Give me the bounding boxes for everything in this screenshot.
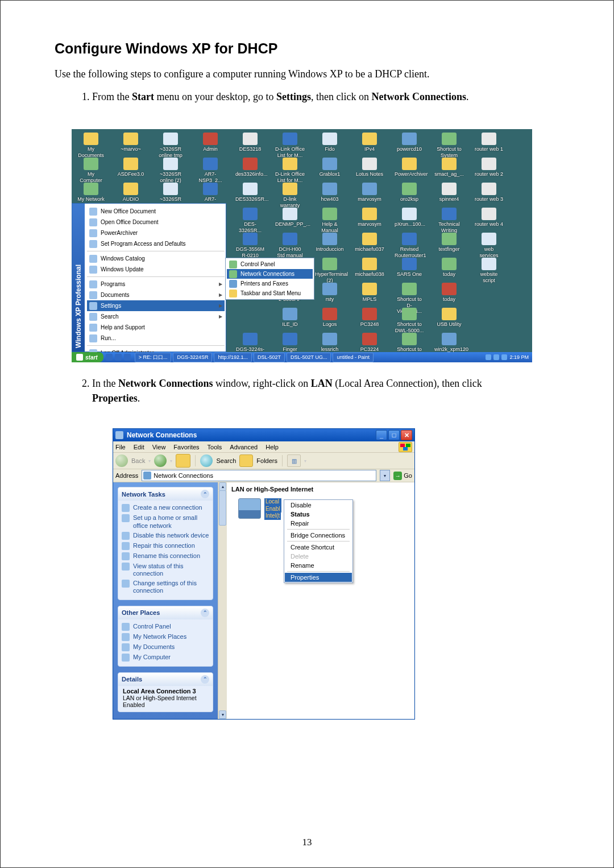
context-menu-item[interactable]: Bridge Connections xyxy=(285,531,352,540)
menu-favorites[interactable]: Favorites xyxy=(173,444,199,450)
desktop-icon[interactable]: router web 2 xyxy=(474,158,504,177)
desktop-icon[interactable]: today xyxy=(434,283,464,302)
context-menu-item[interactable]: Create Shortcut xyxy=(285,543,352,552)
connections-area[interactable]: LAN or High-Speed Internet Local Area Co… xyxy=(227,482,414,719)
desktop-icon[interactable]: Fido xyxy=(315,133,345,152)
dropdown-icon[interactable]: ▾ xyxy=(148,458,151,464)
desktop-icon[interactable]: Grablox1 xyxy=(315,158,345,177)
taskbar-button[interactable]: DGS-3224SR xyxy=(173,353,212,362)
task-link[interactable]: Change settings of this connection xyxy=(122,578,209,596)
desktop-icon[interactable]: spinner4 xyxy=(434,183,464,202)
desktop-icon[interactable]: DES3218 xyxy=(235,133,265,152)
desktop-icon[interactable]: marvosym xyxy=(355,183,384,202)
collapse-icon[interactable]: ⌃ xyxy=(201,609,209,617)
desktop-icon[interactable]: website script xyxy=(474,258,504,283)
desktop-icon[interactable]: oro2ksp xyxy=(395,183,424,202)
desktop-icon[interactable]: SARS One xyxy=(395,258,424,277)
start-menu-item[interactable]: Programs▶ xyxy=(87,279,225,290)
tray-icon[interactable] xyxy=(493,354,499,360)
collapse-icon[interactable]: ⌃ xyxy=(201,490,209,498)
desktop-icon[interactable]: Finger xyxy=(275,333,305,352)
desktop-icon[interactable]: ASDFee3.0 xyxy=(116,158,146,177)
taskbar-button[interactable]: DSL-502T xyxy=(254,353,285,362)
toolbar[interactable]: Back ▾ ▾ Search Folders ▥ ▾ xyxy=(113,453,414,469)
desktop-icon[interactable]: Logos xyxy=(315,308,345,327)
desktop-icon[interactable]: marvosym xyxy=(355,208,384,227)
start-menu-item[interactable]: Windows Catalog xyxy=(87,253,225,264)
menu-view[interactable]: View xyxy=(152,444,166,450)
search-label[interactable]: Search xyxy=(216,457,236,464)
desktop-icon[interactable]: Introduccion xyxy=(315,233,345,252)
desktop-icon[interactable]: AUDIO xyxy=(116,183,146,202)
scroll-up-icon[interactable]: ▴ xyxy=(219,482,226,491)
start-menu-item[interactable]: Documents▶ xyxy=(87,290,225,300)
desktop-icon[interactable]: D-Link Office List for M... xyxy=(275,133,305,158)
start-menu-item[interactable]: Run... xyxy=(87,333,225,344)
forward-button[interactable] xyxy=(154,454,167,467)
desktop-icon[interactable]: today xyxy=(434,258,464,277)
taskbar-button[interactable]: > RE: 口口... xyxy=(135,353,172,362)
settings-menu-item[interactable]: Control Panel xyxy=(227,259,313,269)
start-menu-item[interactable]: Search▶ xyxy=(87,311,225,322)
dropdown-icon[interactable]: ▾ xyxy=(170,458,172,464)
menu-bar[interactable]: FileEditViewFavoritesToolsAdvancedHelp xyxy=(113,441,414,453)
scroll-down-icon[interactable]: ▾ xyxy=(219,710,226,719)
desktop-icon[interactable]: rsty xyxy=(315,283,345,302)
desktop-icon[interactable]: des3326info... xyxy=(235,158,265,177)
task-link[interactable]: View status of this connection xyxy=(122,561,209,578)
desktop-icon[interactable]: PC3248 xyxy=(355,308,384,327)
context-menu[interactable]: DisableStatusRepairBridge ConnectionsCre… xyxy=(284,499,353,583)
desktop-icon[interactable]: michaefu037 xyxy=(355,233,384,252)
desktop-icon[interactable]: hcw403 xyxy=(315,183,345,202)
desktop-icon[interactable]: michaefu038 xyxy=(355,258,384,277)
start-button[interactable]: start xyxy=(72,352,103,362)
desktop-icon[interactable]: USB Utility xyxy=(434,308,464,327)
place-link[interactable]: Control Panel xyxy=(122,622,209,632)
desktop-icon[interactable]: Revised Routerrouter1 xyxy=(395,233,424,258)
address-field[interactable]: Network Connections xyxy=(142,470,376,481)
desktop-icon[interactable]: DENMP_PP_... xyxy=(275,208,305,227)
taskbar-button[interactable]: untitled - Paint xyxy=(333,353,374,362)
scroll-thumb[interactable] xyxy=(219,490,226,526)
desktop-icon[interactable]: DGS-3556M R-0210 xyxy=(235,233,265,258)
address-bar[interactable]: Address Network Connections ▾ → Go xyxy=(113,469,414,482)
settings-submenu[interactable]: Control PanelNetwork ConnectionsPrinters… xyxy=(225,258,314,300)
desktop-icon[interactable]: D-link warranty xyxy=(275,183,305,208)
back-button[interactable] xyxy=(115,454,128,467)
up-button[interactable] xyxy=(176,454,190,468)
start-menu-item[interactable]: Help and Support xyxy=(87,322,225,333)
quick-launch[interactable] xyxy=(106,354,131,361)
views-button[interactable]: ▥ xyxy=(287,454,301,467)
desktop-icon[interactable]: ~3326SR online tmp xyxy=(156,133,185,158)
task-link[interactable]: Set up a home or small office network xyxy=(122,513,209,530)
desktop-icon[interactable]: My Documents xyxy=(76,133,106,158)
desktop-icon[interactable]: Help & Manual xyxy=(315,208,345,233)
tray-icon[interactable] xyxy=(501,354,507,360)
place-link[interactable]: My Documents xyxy=(122,642,209,652)
desktop-icon[interactable]: Admin xyxy=(196,133,225,152)
menu-edit[interactable]: Edit xyxy=(134,444,144,450)
desktop-icon[interactable]: PC3224 xyxy=(355,333,384,352)
desktop-icon[interactable]: router web 3 xyxy=(474,183,504,202)
tray-icon[interactable] xyxy=(486,354,491,360)
desktop-icon[interactable]: D-Link Office List for M... xyxy=(275,158,305,183)
desktop-icon[interactable]: HyperTerminal (2) xyxy=(315,258,345,283)
menu-file[interactable]: File xyxy=(115,444,126,450)
settings-menu-item[interactable]: Taskbar and Start Menu xyxy=(227,288,313,298)
desktop-icon[interactable]: web services xyxy=(474,233,504,258)
desktop-icon[interactable]: Lotus Notes xyxy=(355,158,384,177)
desktop-icon[interactable]: IPv4 xyxy=(355,133,384,152)
close-button[interactable]: ✕ xyxy=(401,430,412,440)
address-dropdown[interactable]: ▾ xyxy=(380,470,390,481)
desktop-icon[interactable]: ~marvo~ xyxy=(116,133,146,152)
go-button[interactable]: → Go xyxy=(393,472,412,480)
folders-label[interactable]: Folders xyxy=(256,457,277,464)
context-menu-item[interactable]: Disable xyxy=(285,501,352,510)
taskbar-button[interactable]: http://192.1... xyxy=(214,353,252,362)
folders-icon[interactable] xyxy=(239,454,253,467)
desktop-icon[interactable]: ILE_ID xyxy=(275,308,305,327)
desktop-icon[interactable]: powercd10 xyxy=(395,133,424,152)
desktop-icon[interactable]: lessrich xyxy=(315,333,345,352)
place-link[interactable]: My Computer xyxy=(122,652,209,663)
system-tray[interactable]: 2:19 PM xyxy=(482,352,532,362)
